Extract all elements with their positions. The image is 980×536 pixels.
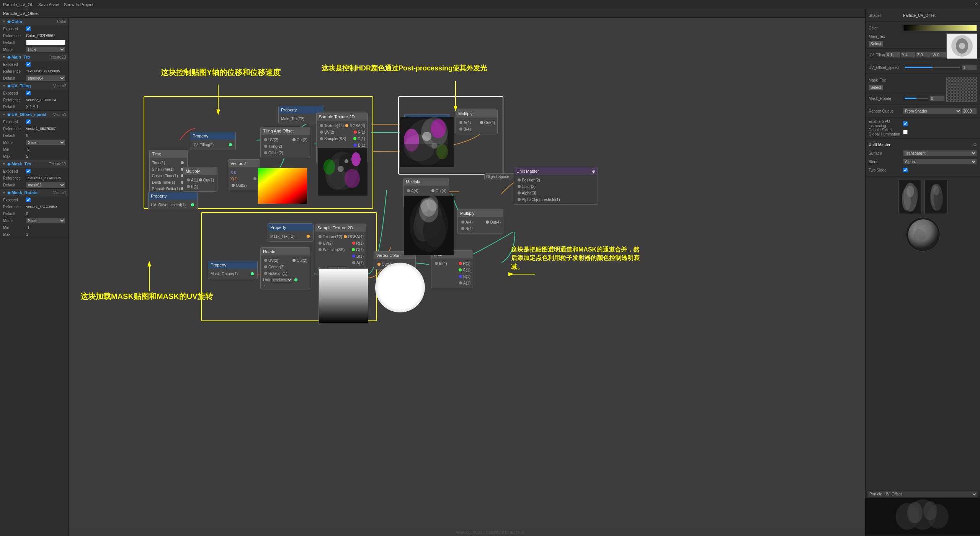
samp-g-out[interactable] bbox=[353, 137, 356, 140]
rotate-center-in-dot[interactable] bbox=[264, 265, 267, 268]
rp-blend-select[interactable]: Alpha Additive bbox=[903, 159, 977, 165]
samp-rgba-out[interactable] bbox=[345, 124, 348, 127]
show-in-project-btn[interactable]: Show In Project bbox=[64, 2, 93, 7]
tiling-uv-in-dot[interactable] bbox=[264, 138, 267, 141]
rp-uv-tiling-z[interactable] bbox=[916, 52, 931, 58]
mult-out1[interactable] bbox=[199, 178, 202, 181]
rotate-out[interactable] bbox=[292, 259, 296, 262]
prop-mask-rotate-out[interactable] bbox=[251, 272, 254, 275]
rp-double-sided-checkbox[interactable] bbox=[903, 130, 908, 134]
rp-unlit-settings-icon[interactable]: ⚙ bbox=[973, 142, 977, 147]
rp-gpu-checkbox[interactable] bbox=[903, 121, 908, 126]
mult-bot-a-in[interactable] bbox=[461, 221, 464, 224]
default-select-mask-tex[interactable]: mask02 bbox=[26, 182, 65, 188]
rp-uv-tiling-x[interactable] bbox=[885, 52, 900, 58]
rp-uv-offset-slider[interactable] bbox=[905, 67, 960, 68]
exposed-checkbox-mask-rotate[interactable] bbox=[26, 198, 31, 202]
mult-bot-out[interactable] bbox=[486, 221, 489, 224]
mode-select-uvoff[interactable]: Slider bbox=[26, 139, 65, 145]
samp-r-out[interactable] bbox=[354, 131, 357, 134]
prop-group-uv-tiling-header[interactable]: ▼ ◆ UV_Tiling Vector2 bbox=[0, 82, 69, 90]
mode-select-color[interactable]: HDR bbox=[26, 46, 65, 52]
samp-uv-in-dot[interactable] bbox=[320, 131, 323, 134]
rp-mask-tex-select-btn[interactable]: Select bbox=[869, 85, 883, 90]
prop-group-mask-tex-header[interactable]: ▼ ◆ Mask_Tex Texture2D bbox=[0, 160, 69, 168]
save-asset-btn[interactable]: Save Asset bbox=[38, 2, 59, 7]
mult-mid-out[interactable] bbox=[431, 189, 434, 192]
mult-mid-a-in[interactable] bbox=[407, 189, 410, 192]
mult-tr-a-in[interactable] bbox=[459, 121, 462, 124]
split-g-out[interactable] bbox=[459, 268, 462, 271]
rp-main-tex-select-btn[interactable]: Select bbox=[869, 41, 883, 47]
samp2-uv-in-dot[interactable] bbox=[318, 242, 322, 245]
samp2-g-out[interactable] bbox=[352, 248, 355, 251]
vc-out-dot[interactable] bbox=[377, 263, 381, 266]
node-graph[interactable]: 这块控制贴图Y轴的位移和位移速度 这块是控制HDR颜色通过Post-proces… bbox=[69, 18, 865, 528]
tiling-off-in-dot[interactable] bbox=[264, 151, 267, 154]
rotate-uv-in-dot[interactable] bbox=[264, 259, 267, 262]
samp2-a-out[interactable] bbox=[352, 261, 355, 264]
mult-bot-b-in[interactable] bbox=[461, 227, 464, 230]
prop-uv-out[interactable] bbox=[229, 143, 232, 146]
rp-two-sided-checkbox[interactable] bbox=[903, 168, 908, 172]
samp-tex-in-dot[interactable] bbox=[320, 124, 323, 127]
split-in-dot[interactable] bbox=[435, 262, 438, 265]
rp-render-queue-val[interactable] bbox=[962, 108, 977, 114]
tiling-t-in-dot[interactable] bbox=[264, 145, 267, 148]
annotation-mask-text: 这块加载MASK贴图和MASK的UV旋转 bbox=[80, 292, 213, 301]
vec2-y-in[interactable] bbox=[253, 177, 256, 180]
time-out-dot[interactable] bbox=[181, 161, 184, 164]
rp-mask-rotate-val[interactable] bbox=[929, 95, 945, 101]
samp2-sampler-in-dot[interactable] bbox=[318, 248, 322, 251]
vec2-out[interactable] bbox=[232, 184, 235, 187]
exposed-checkbox-uv[interactable] bbox=[26, 91, 31, 95]
split-a-out[interactable] bbox=[459, 281, 462, 284]
default-row-mask-rotate: Default 0 bbox=[0, 210, 69, 217]
mult-b-in[interactable] bbox=[187, 185, 190, 188]
prop-group-uv-offset-header[interactable]: ▼ ◆ UV_Offset_speed Vector1 bbox=[0, 111, 69, 118]
close-btn[interactable]: ✕ bbox=[975, 2, 978, 6]
rotate-unit-select[interactable]: Radians bbox=[271, 277, 293, 283]
particle-preview-select[interactable]: Particle_UV_Offset bbox=[867, 491, 978, 497]
prop-group-mask-rotate-header[interactable]: ▼ ◆ Mask_Rotate Vector1 bbox=[0, 189, 69, 196]
samp2-rgba-out[interactable] bbox=[344, 235, 347, 238]
rp-uv-tiling-y[interactable] bbox=[900, 52, 916, 58]
default-select-main-tex[interactable]: smoke04 bbox=[26, 75, 65, 81]
prop-group-color-header[interactable]: ▼ ◆ Color Color bbox=[0, 18, 69, 25]
node-multiply-tr-header: Multiply bbox=[456, 110, 497, 118]
rp-color-swatch[interactable] bbox=[903, 25, 977, 31]
rp-surface-select[interactable]: Transparent Opaque bbox=[903, 150, 977, 156]
samp2-tex-in-dot[interactable] bbox=[318, 235, 322, 238]
rotate-rot-in-dot[interactable] bbox=[264, 272, 267, 275]
unlit-settings-icon[interactable]: ⚙ bbox=[592, 169, 595, 173]
exposed-checkbox-main-tex[interactable] bbox=[26, 62, 31, 67]
unlit-pos-in[interactable] bbox=[518, 178, 521, 181]
split-b-out[interactable] bbox=[459, 275, 462, 278]
mode-select-mask-rotate[interactable]: Slider bbox=[26, 217, 65, 224]
samp-sampler-in-dot[interactable] bbox=[320, 137, 323, 140]
main-canvas[interactable]: 这块控制贴图Y轴的位移和位移速度 这块是控制HDR颜色通过Post-proces… bbox=[69, 18, 865, 528]
samp-b-out[interactable] bbox=[354, 144, 357, 147]
tiling-out-dot[interactable] bbox=[292, 138, 296, 141]
mult-a-in[interactable] bbox=[187, 178, 190, 181]
exposed-checkbox-mask-tex[interactable] bbox=[26, 169, 31, 173]
rp-uv-tiling-w[interactable] bbox=[931, 52, 946, 58]
vec2-out-label: Out(2) bbox=[236, 183, 247, 188]
unlit-alphaclip-in[interactable] bbox=[518, 198, 521, 201]
mult-tr-b-in[interactable] bbox=[459, 127, 462, 131]
rp-uv-offset-val[interactable] bbox=[962, 64, 977, 70]
unlit-alpha-in[interactable] bbox=[518, 191, 521, 194]
split-r-out[interactable] bbox=[459, 262, 462, 265]
prop-mask-tex-out[interactable] bbox=[307, 235, 310, 238]
samp2-r-out[interactable] bbox=[352, 242, 355, 245]
mult-tr-out[interactable] bbox=[480, 121, 483, 124]
prop-group-main-tex-header[interactable]: ▼ ◆ Main_Tex Texture2D bbox=[0, 53, 69, 61]
samp2-b-out[interactable] bbox=[352, 255, 355, 258]
prop-uv-offset-out[interactable] bbox=[191, 203, 194, 206]
exposed-checkbox-uvoff[interactable] bbox=[26, 119, 31, 124]
unlit-color-in[interactable] bbox=[518, 185, 521, 188]
rp-render-queue-from[interactable]: From Shader bbox=[903, 108, 962, 114]
exposed-checkbox-color[interactable] bbox=[26, 26, 31, 31]
color-default-swatch[interactable] bbox=[26, 40, 65, 45]
rp-mask-rotate-slider[interactable] bbox=[905, 98, 928, 99]
